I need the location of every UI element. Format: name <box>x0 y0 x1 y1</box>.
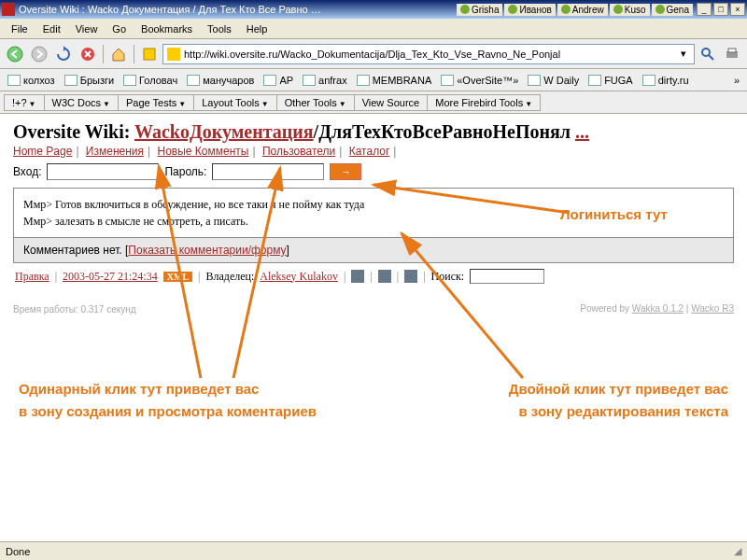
powered-wakka[interactable]: Wakka 0.1.2 <box>632 303 684 314</box>
comments-bar[interactable]: Комментариев нет. [Показать комментарии/… <box>13 238 734 263</box>
bm-bryzgi[interactable]: Брызги <box>61 73 118 88</box>
powered-wacko[interactable]: Wacko R3 <box>691 303 734 314</box>
menu-bookmarks[interactable]: Bookmarks <box>134 21 200 36</box>
url-bar[interactable]: ▾ <box>162 44 695 64</box>
breadcrumb-more[interactable]: ... <box>575 121 589 142</box>
stop-button[interactable] <box>77 43 99 65</box>
svg-point-4 <box>702 49 710 56</box>
svg-rect-8 <box>378 270 391 283</box>
bm-overflow[interactable]: » <box>730 75 743 86</box>
dev-toolbar: !+?▼ W3C Docs▼ Page Tests▼ Layout Tools▼… <box>0 91 747 114</box>
page-title: Oversite Wiki: WackoДокументация/ДляТехК… <box>13 121 734 143</box>
status-text: Done <box>6 546 30 557</box>
search-button[interactable] <box>697 43 719 65</box>
acl-icon[interactable] <box>378 270 391 283</box>
link-home[interactable]: Home Page <box>13 145 72 158</box>
window-titlebar: Oversite Wiki : Wacko Документация / Для… <box>0 0 747 19</box>
tab-grisha[interactable]: Grisha <box>457 4 502 16</box>
bookmarks-button[interactable] <box>138 43 161 65</box>
svg-point-0 <box>7 47 22 62</box>
reload-button[interactable] <box>52 43 75 65</box>
svg-rect-7 <box>351 270 364 283</box>
bm-fuga[interactable]: FUGA <box>585 73 637 88</box>
menu-view[interactable]: View <box>68 21 106 36</box>
page-nav-links: Home Page| Изменения| Новые Комменты| По… <box>13 145 734 158</box>
nav-toolbar: ▾ <box>0 39 747 69</box>
svg-point-1 <box>32 47 47 62</box>
xml-badge[interactable]: XML <box>163 272 192 282</box>
password-label: Пароль: <box>164 165 206 178</box>
svg-rect-3 <box>144 49 155 60</box>
resize-grip[interactable]: ◢ <box>734 545 741 557</box>
login-submit[interactable]: → <box>330 163 361 180</box>
link-comments[interactable]: Новые Комменты <box>158 145 249 158</box>
dev-viewsource[interactable]: View Source <box>354 94 429 111</box>
menu-edit[interactable]: Edit <box>35 21 68 36</box>
tab-ivanov[interactable]: Иванов <box>504 4 555 16</box>
print-button[interactable] <box>721 43 743 65</box>
forward-button[interactable] <box>28 43 50 65</box>
bm-anfrax[interactable]: anfrax <box>299 73 351 88</box>
dev-other[interactable]: Other Tools▼ <box>276 94 355 111</box>
tab-gena[interactable]: Gena <box>652 4 693 16</box>
menubar: File Edit View Go Bookmarks Tools Help <box>0 19 747 39</box>
owner-link[interactable]: Aleksey Kulakov <box>260 270 338 284</box>
bm-golovach[interactable]: Головач <box>120 73 181 88</box>
bm-ap[interactable]: AP <box>260 73 297 88</box>
url-input[interactable] <box>184 49 677 60</box>
bm-oversite[interactable]: «OverSite™» <box>437 73 522 88</box>
menu-help[interactable]: Help <box>239 21 275 36</box>
annotation-single-click: Одинарный клик тут приведет вас в зону с… <box>19 378 317 423</box>
bm-wdaily[interactable]: W Daily <box>524 73 583 88</box>
print-icon[interactable] <box>404 270 417 283</box>
tab-kuso[interactable]: Kuso <box>610 4 650 16</box>
svg-rect-6 <box>728 49 736 52</box>
content-box[interactable]: Ммр> Готов включиться в обсуждение, но в… <box>13 188 734 238</box>
maximize-button[interactable]: □ <box>713 3 728 16</box>
show-comments-link[interactable]: Показать комментарии/форму <box>128 244 286 257</box>
login-row: Вход: Пароль: → <box>13 163 734 180</box>
minimize-button[interactable]: _ <box>697 3 712 16</box>
page-footer: Правка| 2003-05-27 21:24:34 XML| Владеле… <box>13 263 734 289</box>
breadcrumb-1[interactable]: WackoДокументация <box>134 121 314 142</box>
bm-dirty[interactable]: dirty.ru <box>639 73 693 88</box>
window-tabs: Grisha Иванов Andrew Kuso Gena <box>457 4 693 16</box>
status-bar: Done ◢ <box>0 541 747 560</box>
referrers-icon[interactable] <box>351 270 364 283</box>
bm-kolhoz[interactable]: колхоз <box>4 73 59 88</box>
annotation-double-click: Двойной клик тут приведет вас в зону ред… <box>509 378 728 423</box>
bm-membrana[interactable]: MEMBRANA <box>353 73 436 88</box>
menu-file[interactable]: File <box>4 21 35 36</box>
tab-andrew[interactable]: Andrew <box>557 4 608 16</box>
password-input[interactable] <box>212 163 324 180</box>
content-line2: Ммр> залезать в смысле не смотреть, а пи… <box>23 213 724 230</box>
dev-more[interactable]: More Firebird Tools▼ <box>427 94 541 111</box>
home-button[interactable] <box>107 43 130 65</box>
content-line1: Ммр> Готов включиться в обсуждение, но в… <box>23 196 724 213</box>
login-input[interactable] <box>47 163 159 180</box>
bm-manucharov[interactable]: манучаров <box>183 73 258 88</box>
link-changes[interactable]: Изменения <box>86 145 144 158</box>
timestamp-link[interactable]: 2003-05-27 21:24:34 <box>63 270 158 284</box>
window-title: Oversite Wiki : Wacko Документация / Для… <box>19 4 457 15</box>
dev-pagetests[interactable]: Page Tests▼ <box>118 94 194 111</box>
app-icon <box>2 3 15 16</box>
dev-misc[interactable]: !+?▼ <box>4 94 45 111</box>
link-catalog[interactable]: Каталог <box>349 145 390 158</box>
link-users[interactable]: Пользователи <box>262 145 335 158</box>
search-label: Поиск: <box>431 270 465 284</box>
menu-go[interactable]: Go <box>105 21 134 36</box>
search-input[interactable] <box>470 269 544 284</box>
dev-w3c[interactable]: W3C Docs▼ <box>44 94 119 111</box>
edit-link[interactable]: Правка <box>15 270 49 284</box>
breadcrumb-2: ДляТехКтоВсеРавноНеПонял <box>318 121 571 142</box>
page-icon <box>167 48 180 61</box>
close-button[interactable]: × <box>730 3 745 16</box>
svg-rect-9 <box>404 270 417 283</box>
login-label: Вход: <box>13 165 41 178</box>
menu-tools[interactable]: Tools <box>200 21 239 36</box>
url-dropdown[interactable]: ▾ <box>677 48 690 60</box>
dev-layout[interactable]: Layout Tools▼ <box>193 94 277 111</box>
back-button[interactable] <box>4 43 26 65</box>
owner-label: Владелец: <box>205 270 254 284</box>
